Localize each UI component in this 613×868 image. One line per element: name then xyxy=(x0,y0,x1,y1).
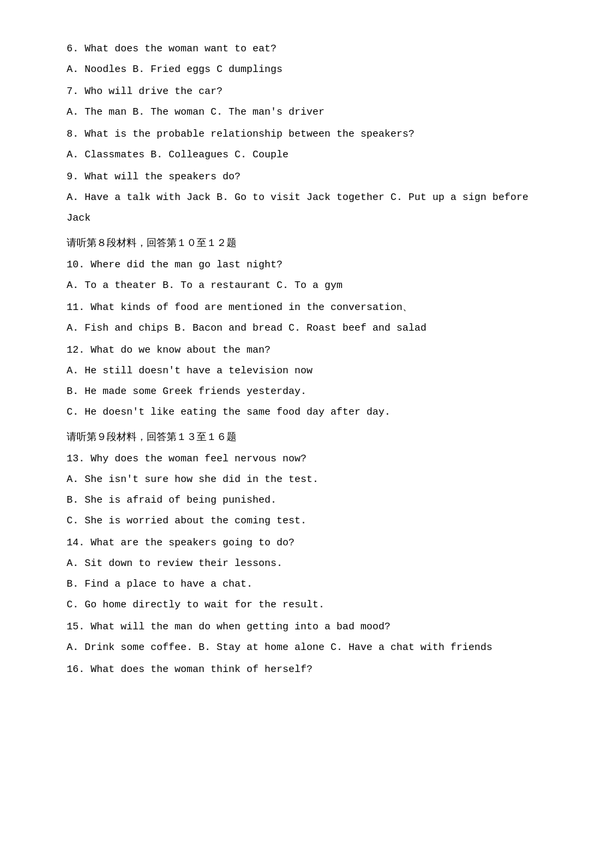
question-6: 6. What does the woman want to eat? A. N… xyxy=(67,40,560,79)
q11-text: 11. What kinds of food are mentioned in … xyxy=(67,299,560,317)
q12-option-a: A. He still doesn't have a television no… xyxy=(67,362,560,380)
q15-options: A. Drink some coffee. B. Stay at home al… xyxy=(67,639,560,657)
question-10: 10. Where did the man go last night? A. … xyxy=(67,256,560,295)
q9-text: 9. What will the speakers do? xyxy=(67,168,560,186)
q13-option-c: C. She is worried about the coming test. xyxy=(67,512,560,530)
question-12: 12. What do we know about the man? A. He… xyxy=(67,341,560,421)
q13-text: 13. Why does the woman feel nervous now? xyxy=(67,450,560,468)
q15-text: 15. What will the man do when getting in… xyxy=(67,618,560,636)
question-8: 8. What is the probable relationship bet… xyxy=(67,125,560,164)
q6-options: A. Noodles B. Fried eggs C dumplings xyxy=(67,61,560,79)
question-14: 14. What are the speakers going to do? A… xyxy=(67,534,560,614)
q12-option-c: C. He doesn't like eating the same food … xyxy=(67,403,560,421)
main-content: 6. What does the woman want to eat? A. N… xyxy=(67,40,560,679)
q13-option-b: B. She is afraid of being punished. xyxy=(67,491,560,509)
q10-text: 10. Where did the man go last night? xyxy=(67,256,560,274)
q14-option-b: B. Find a place to have a chat. xyxy=(67,575,560,593)
q9-continuation: Jack xyxy=(67,209,560,227)
section2-header: 请听第８段材料，回答第１０至１２题 xyxy=(67,234,560,252)
question-11: 11. What kinds of food are mentioned in … xyxy=(67,299,560,337)
question-15: 15. What will the man do when getting in… xyxy=(67,618,560,657)
q16-text: 16. What does the woman think of herself… xyxy=(67,661,560,679)
q10-options: A. To a theater B. To a restaurant C. To… xyxy=(67,277,560,295)
q13-option-a: A. She isn't sure how she did in the tes… xyxy=(67,471,560,489)
question-9: 9. What will the speakers do? A. Have a … xyxy=(67,168,560,227)
section3-header: 请听第９段材料，回答第１３至１６题 xyxy=(67,428,560,446)
q7-text: 7. Who will drive the car? xyxy=(67,83,560,101)
question-16: 16. What does the woman think of herself… xyxy=(67,661,560,679)
q7-options: A. The man B. The woman C. The man's dri… xyxy=(67,103,560,121)
question-13: 13. Why does the woman feel nervous now?… xyxy=(67,450,560,530)
q6-text: 6. What does the woman want to eat? xyxy=(67,40,560,58)
q14-option-a: A. Sit down to review their lessons. xyxy=(67,555,560,573)
q14-option-c: C. Go home directly to wait for the resu… xyxy=(67,596,560,614)
q8-text: 8. What is the probable relationship bet… xyxy=(67,125,560,143)
question-7: 7. Who will drive the car? A. The man B.… xyxy=(67,83,560,121)
q14-text: 14. What are the speakers going to do? xyxy=(67,534,560,552)
q12-text: 12. What do we know about the man? xyxy=(67,341,560,359)
q9-options: A. Have a talk with Jack B. Go to visit … xyxy=(67,189,560,207)
q12-option-b: B. He made some Greek friends yesterday. xyxy=(67,383,560,401)
q11-options: A. Fish and chips B. Bacon and bread C. … xyxy=(67,319,560,337)
q8-options: A. Classmates B. Colleagues C. Couple xyxy=(67,146,560,164)
